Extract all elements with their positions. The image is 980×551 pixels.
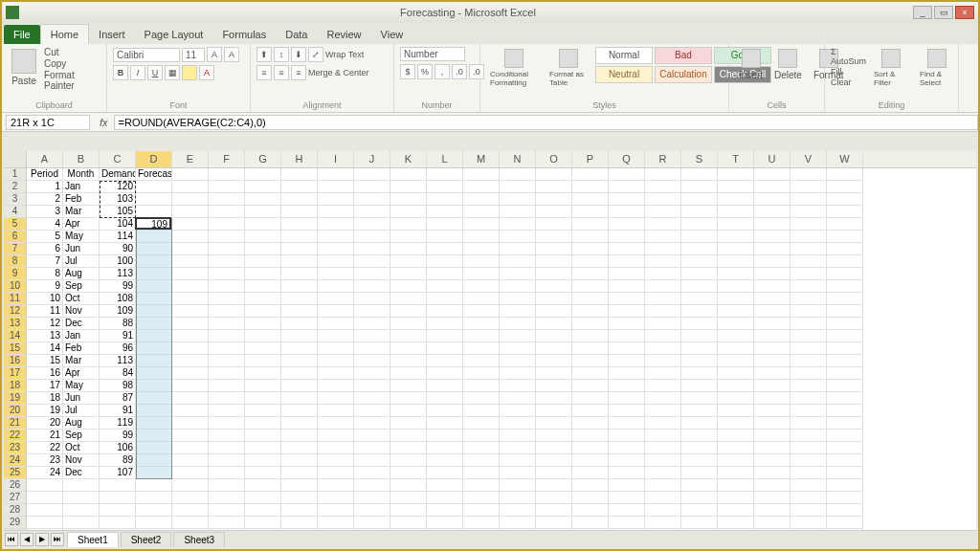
cell-T24[interactable] [718, 454, 754, 467]
italic-button[interactable]: I [130, 65, 145, 80]
cell-N8[interactable] [500, 255, 536, 268]
cell-G23[interactable] [245, 442, 281, 454]
cell-U21[interactable] [754, 417, 791, 430]
conditional-formatting-button[interactable]: Conditional Formatting [486, 47, 542, 89]
cell-J2[interactable] [354, 181, 390, 193]
cell-E23[interactable] [172, 442, 209, 454]
cell-N23[interactable] [500, 442, 536, 454]
spreadsheet-grid[interactable]: ABCDEFGHIJKLMNOPQRSTUVW 1PeriodMonthDema… [4, 151, 976, 530]
cell-W12[interactable] [827, 305, 863, 318]
cell-I26[interactable] [318, 479, 354, 492]
cell-T26[interactable] [718, 479, 754, 492]
cell-M6[interactable] [463, 231, 500, 243]
cell-N4[interactable] [500, 206, 536, 218]
cell-C25[interactable]: 107 [100, 467, 136, 479]
cell-G2[interactable] [245, 181, 281, 193]
cell-F22[interactable] [209, 430, 245, 442]
cell-T19[interactable] [718, 392, 754, 405]
tab-formulas[interactable]: Formulas [212, 25, 276, 44]
comma-button[interactable]: , [434, 64, 450, 79]
cell-Q19[interactable] [609, 392, 645, 405]
cell-D26[interactable] [136, 479, 172, 492]
cell-L22[interactable] [427, 430, 463, 442]
align-bottom-button[interactable]: ⬇ [291, 47, 306, 62]
cell-V11[interactable] [791, 293, 827, 305]
style-neutral[interactable]: Neutral [595, 66, 653, 83]
cell-B20[interactable]: Jul [63, 405, 100, 417]
cell-F14[interactable] [209, 330, 245, 342]
cell-M27[interactable] [463, 492, 500, 504]
row-header-17[interactable]: 17 [4, 367, 27, 380]
col-header-A[interactable]: A [27, 151, 63, 167]
cell-T11[interactable] [718, 293, 754, 305]
cell-R5[interactable] [645, 218, 681, 231]
cell-C6[interactable]: 114 [100, 231, 136, 243]
cell-U18[interactable] [754, 380, 791, 392]
cell-V10[interactable] [791, 280, 827, 293]
cell-J7[interactable] [354, 243, 390, 255]
cell-K6[interactable] [390, 231, 427, 243]
cell-Q3[interactable] [609, 193, 645, 206]
number-format-select[interactable]: Number [400, 47, 465, 61]
cell-U25[interactable] [754, 467, 791, 479]
cell-M29[interactable] [463, 517, 500, 529]
cell-J4[interactable] [354, 206, 390, 218]
cell-H25[interactable] [281, 467, 318, 479]
cell-P23[interactable] [572, 442, 609, 454]
sheet-nav-prev[interactable]: ◀ [20, 533, 33, 546]
border-button[interactable]: ▦ [165, 65, 180, 80]
merge-center-button[interactable]: Merge & Center [308, 68, 369, 77]
cell-O18[interactable] [536, 380, 572, 392]
shrink-font-button[interactable]: A [224, 47, 239, 62]
cell-P25[interactable] [572, 467, 609, 479]
style-calculation[interactable]: Calculation [655, 66, 712, 83]
cell-V3[interactable] [791, 193, 827, 206]
cell-S2[interactable] [681, 181, 718, 193]
cell-G20[interactable] [245, 405, 281, 417]
cell-S29[interactable] [681, 517, 718, 529]
cell-N29[interactable] [500, 517, 536, 529]
cell-I4[interactable] [318, 206, 354, 218]
cell-N7[interactable] [500, 243, 536, 255]
col-header-F[interactable]: F [209, 151, 245, 167]
cell-U1[interactable] [754, 168, 791, 181]
cell-B10[interactable]: Sep [63, 280, 100, 293]
cell-T27[interactable] [718, 492, 754, 504]
col-header-B[interactable]: B [63, 151, 100, 167]
cell-M7[interactable] [463, 243, 500, 255]
cell-W7[interactable] [827, 243, 863, 255]
col-header-K[interactable]: K [390, 151, 427, 167]
cell-R10[interactable] [645, 280, 681, 293]
cell-N15[interactable] [500, 342, 536, 355]
cell-A3[interactable]: 2 [27, 193, 63, 206]
cell-R8[interactable] [645, 255, 681, 268]
row-header-26[interactable]: 26 [4, 479, 27, 492]
cell-O23[interactable] [536, 442, 572, 454]
cell-E14[interactable] [172, 330, 209, 342]
cell-I7[interactable] [318, 243, 354, 255]
cell-E25[interactable] [172, 467, 209, 479]
cell-D10[interactable] [136, 280, 172, 293]
cell-E21[interactable] [172, 417, 209, 430]
cell-G16[interactable] [245, 355, 281, 367]
col-header-Q[interactable]: Q [609, 151, 645, 167]
cell-J14[interactable] [354, 330, 390, 342]
tab-review[interactable]: Review [317, 25, 370, 44]
cell-U3[interactable] [754, 193, 791, 206]
cell-D23[interactable] [136, 442, 172, 454]
cell-Q2[interactable] [609, 181, 645, 193]
row-header-28[interactable]: 28 [4, 504, 27, 517]
select-all-corner[interactable] [4, 151, 27, 167]
cell-E10[interactable] [172, 280, 209, 293]
cell-D24[interactable] [136, 454, 172, 467]
cell-G9[interactable] [245, 268, 281, 280]
cell-Q22[interactable] [609, 430, 645, 442]
cell-C18[interactable]: 98 [100, 380, 136, 392]
wrap-text-button[interactable]: Wrap Text [325, 50, 364, 59]
row-header-5[interactable]: 5 [4, 218, 27, 231]
cell-G27[interactable] [245, 492, 281, 504]
cell-F26[interactable] [209, 479, 245, 492]
cell-C21[interactable]: 119 [100, 417, 136, 430]
cell-F29[interactable] [209, 517, 245, 529]
cell-K19[interactable] [390, 392, 427, 405]
